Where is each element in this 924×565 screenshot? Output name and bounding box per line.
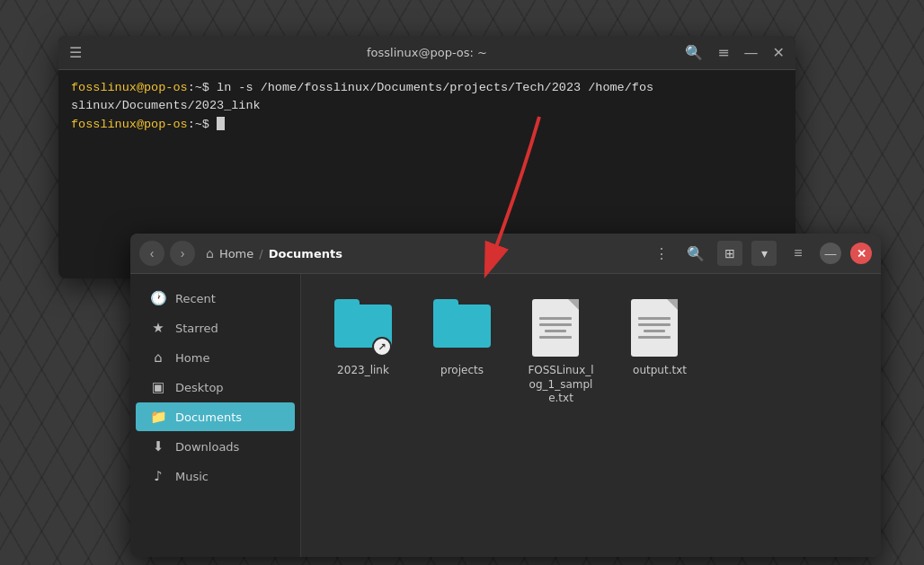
- fm-body: 🕐 Recent ★ Starred ⌂ Home ▣ Desktop 📁 Do…: [130, 274, 881, 557]
- text-line-3: [545, 330, 565, 332]
- text-file-icon-output-txt: [631, 299, 678, 357]
- sidebar-item-desktop[interactable]: ▣ Desktop: [136, 373, 295, 402]
- music-icon: ♪: [150, 468, 166, 484]
- terminal-title-text: fosslinux@pop-os: ~: [367, 46, 487, 59]
- recent-icon: 🕐: [150, 290, 166, 306]
- file-label-2023-link: 2023_link: [337, 364, 389, 378]
- fm-back-button[interactable]: ‹: [139, 241, 164, 266]
- sidebar-item-music-label: Music: [175, 470, 209, 483]
- file-item-2023-link[interactable]: ↗ 2023_link: [323, 292, 404, 413]
- terminal-minimize-icon[interactable]: —: [744, 46, 759, 60]
- terminal-body: fosslinux@pop-os:~$ ln -s /home/fosslinu…: [58, 70, 795, 143]
- sidebar-item-downloads-label: Downloads: [175, 440, 239, 454]
- terminal-line-1: fosslinux@pop-os:~$ ln -s /home/fosslinu…: [71, 79, 783, 97]
- folder-body-projects: [433, 305, 491, 348]
- sidebar-item-recent[interactable]: 🕐 Recent: [136, 284, 295, 313]
- fm-forward-button[interactable]: ›: [170, 241, 195, 266]
- fm-close-button[interactable]: ✕: [850, 243, 872, 264]
- sidebar-item-recent-label: Recent: [175, 292, 216, 305]
- fm-titlebar: ‹ › ⌂ Home / Documents ⋮ 🔍 ⊞ ▾ ≡ — ✕: [130, 234, 881, 274]
- terminal-menu-icon[interactable]: ☰: [69, 46, 82, 60]
- documents-icon: 📁: [150, 409, 166, 425]
- terminal-titlebar: ☰ fosslinux@pop-os: ~ 🔍 ≡ — ✕: [58, 36, 795, 70]
- home-icon: ⌂: [206, 246, 214, 260]
- file-item-fosslinux-log[interactable]: FOSSLinux_log_1_sample.txt: [520, 292, 601, 413]
- desktop-icon: ▣: [150, 379, 166, 395]
- fm-view-dropdown-button[interactable]: ▾: [751, 241, 777, 266]
- downloads-icon: ⬇: [150, 438, 166, 455]
- terminal-title-right: 🔍 ≡ — ✕: [685, 46, 785, 60]
- fm-search-button[interactable]: 🔍: [683, 241, 708, 266]
- text-line-2: [539, 323, 572, 326]
- file-icon-wrap-projects: [433, 299, 491, 357]
- text-line-out-4: [638, 336, 671, 339]
- text-line-out-2: [638, 323, 671, 326]
- breadcrumb-separator: /: [259, 247, 262, 260]
- file-icon-wrap-output-txt: [631, 299, 689, 357]
- file-label-output-txt: output.txt: [633, 364, 687, 378]
- terminal-search-icon[interactable]: 🔍: [685, 46, 703, 60]
- sidebar-item-downloads[interactable]: ⬇ Downloads: [136, 432, 295, 461]
- fm-files-grid: ↗ 2023_link projects: [323, 292, 859, 413]
- fm-grid-view-button[interactable]: ⊞: [717, 241, 742, 266]
- folder-icon-projects: [433, 299, 491, 348]
- fm-sidebar: 🕐 Recent ★ Starred ⌂ Home ▣ Desktop 📁 Do…: [130, 274, 301, 557]
- text-line-4: [539, 336, 572, 339]
- terminal-cmd-1: :~$ ln -s /home/fosslinux/Documents/proj…: [188, 81, 653, 94]
- sidebar-item-starred[interactable]: ★ Starred: [136, 313, 295, 342]
- fm-minimize-button[interactable]: —: [820, 243, 841, 264]
- terminal-line-3: fosslinux@pop-os:~$: [71, 116, 783, 134]
- terminal-close-icon[interactable]: ✕: [773, 46, 785, 60]
- fm-hamburger-button[interactable]: ≡: [786, 241, 811, 266]
- text-line-out-1: [638, 317, 671, 320]
- breadcrumb-home[interactable]: Home: [219, 247, 253, 260]
- breadcrumb-current: Documents: [269, 247, 342, 260]
- sidebar-item-starred-label: Starred: [175, 322, 218, 335]
- file-icon-wrap-fosslinux-log: [532, 299, 590, 357]
- sidebar-item-documents-label: Documents: [175, 411, 242, 424]
- terminal-cmd-3: :~$: [188, 118, 217, 131]
- fm-breadcrumb: ⌂ Home / Documents: [206, 246, 342, 260]
- terminal-title-left: ☰: [69, 46, 82, 60]
- terminal-prompt-1: fosslinux@pop-os: [71, 81, 188, 94]
- fm-menu-button[interactable]: ⋮: [649, 241, 674, 266]
- terminal-cursor: [217, 117, 225, 130]
- sidebar-item-music[interactable]: ♪ Music: [136, 462, 295, 490]
- fm-titlebar-actions: ⋮ 🔍 ⊞ ▾ ≡ — ✕: [649, 241, 872, 266]
- file-label-projects: projects: [440, 364, 484, 378]
- sidebar-item-home[interactable]: ⌂ Home: [136, 343, 295, 372]
- home-sidebar-icon: ⌂: [150, 349, 166, 366]
- sidebar-item-desktop-label: Desktop: [175, 381, 224, 394]
- terminal-cmd-2: slinux/Documents/2023_link: [71, 99, 261, 112]
- text-file-icon-fosslinux-log: [532, 299, 579, 357]
- starred-icon: ★: [150, 320, 166, 336]
- sidebar-item-home-label: Home: [175, 351, 209, 365]
- symlink-badge: ↗: [372, 337, 392, 357]
- file-item-projects[interactable]: projects: [422, 292, 502, 413]
- text-line-1: [539, 317, 572, 320]
- sidebar-item-documents[interactable]: 📁 Documents: [136, 402, 295, 431]
- file-item-output-txt[interactable]: output.txt: [619, 292, 700, 385]
- terminal-hamburger-icon[interactable]: ≡: [717, 46, 729, 60]
- terminal-line-2: slinux/Documents/2023_link: [71, 97, 783, 115]
- text-line-out-3: [644, 330, 664, 332]
- file-icon-wrap-2023-link: ↗: [334, 299, 392, 357]
- file-manager-window: ‹ › ⌂ Home / Documents ⋮ 🔍 ⊞ ▾ ≡ — ✕ 🕐 R…: [130, 234, 881, 557]
- fm-content: ↗ 2023_link projects: [301, 274, 881, 557]
- file-label-fosslinux-log: FOSSLinux_log_1_sample.txt: [528, 364, 594, 406]
- terminal-prompt-2: fosslinux@pop-os: [71, 118, 188, 131]
